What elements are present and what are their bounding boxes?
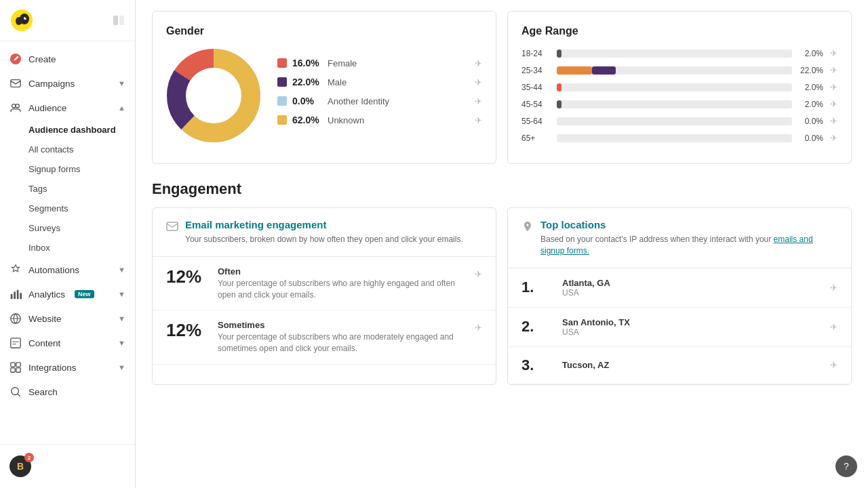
- pencil-icon: [9, 53, 22, 65]
- age-bar-track-35-44: [557, 83, 792, 92]
- integrations-icon: [9, 361, 22, 373]
- svg-rect-5: [113, 16, 118, 25]
- audience-chevron: ▲: [118, 104, 125, 112]
- signup-forms-label: Signup forms: [28, 164, 81, 174]
- age-pct-65plus: 0.0%: [799, 134, 823, 143]
- male-pct: 22.0%: [292, 77, 322, 87]
- content-icon: [9, 337, 22, 349]
- sidebar-header: [0, 0, 135, 41]
- analytics-new-badge: New: [75, 290, 94, 298]
- age-bar-25-34-orange: [557, 66, 592, 75]
- demographics-row: Gender: [152, 0, 852, 164]
- email-engagement-desc: Your subscribers, broken down by how oft…: [185, 234, 482, 245]
- sometimes-label: Sometimes: [218, 320, 464, 330]
- age-label-35-44: 35-44: [521, 83, 550, 92]
- sidebar-sub-inbox[interactable]: Inbox: [0, 238, 135, 258]
- sidebar-item-campaigns[interactable]: Campaigns ▼: [0, 71, 135, 96]
- location-info-3: Tucson, AZ: [562, 360, 819, 370]
- svg-point-21: [12, 388, 19, 395]
- sidebar-nav: Create Campaigns ▼ Audience ▲ Audience d…: [0, 41, 135, 444]
- legend-item-male: 22.0% Male ✈: [277, 77, 482, 87]
- female-share-icon[interactable]: ✈: [475, 58, 482, 68]
- locations-header: Top locations Based on your contact's IP…: [508, 208, 851, 268]
- gender-card-title: Gender: [166, 25, 482, 37]
- sidebar-item-search-label: Search: [28, 387, 58, 397]
- sometimes-share-icon[interactable]: ✈: [475, 323, 482, 333]
- age-share-18-24[interactable]: ✈: [830, 48, 837, 58]
- another-share-icon[interactable]: ✈: [475, 96, 482, 106]
- sidebar-toggle-icon[interactable]: [112, 14, 125, 27]
- location-city-2: San Antonio, TX: [562, 317, 819, 327]
- unknown-share-icon[interactable]: ✈: [475, 115, 482, 125]
- sidebar-sub-tags[interactable]: Tags: [0, 179, 135, 199]
- locations-title[interactable]: Top locations: [540, 219, 606, 230]
- often-stat-info: Often Your percentage of subscribers who…: [218, 266, 464, 301]
- sidebar-item-analytics[interactable]: Analytics New ▼: [0, 282, 135, 306]
- male-share-icon[interactable]: ✈: [475, 77, 482, 87]
- search-icon: [9, 386, 22, 398]
- email-engagement-icon: [166, 220, 178, 235]
- location-country-2: USA: [562, 327, 819, 337]
- gender-donut-chart: [166, 48, 261, 143]
- all-contacts-label: All contacts: [28, 144, 73, 155]
- age-pct-25-34: 22.0%: [799, 66, 823, 75]
- often-stat-row: 12% Often Your percentage of subscribers…: [153, 257, 496, 311]
- help-icon: ?: [844, 461, 849, 472]
- location-pin-icon: [521, 220, 534, 235]
- sidebar-sub-all-contacts[interactable]: All contacts: [0, 140, 135, 159]
- sidebar-sub-surveys[interactable]: Surveys: [0, 218, 135, 238]
- sidebar-item-search[interactable]: Search: [0, 380, 135, 404]
- age-bar-18-24: [557, 49, 561, 58]
- age-share-25-34[interactable]: ✈: [830, 65, 837, 75]
- age-share-45-54[interactable]: ✈: [830, 99, 837, 109]
- gender-card: Gender: [152, 11, 496, 164]
- analytics-icon: [9, 288, 22, 300]
- audience-icon: [9, 102, 22, 114]
- sidebar-item-integrations[interactable]: Integrations ▼: [0, 355, 135, 380]
- svg-rect-16: [11, 338, 20, 348]
- help-button[interactable]: ?: [835, 455, 857, 477]
- sidebar-item-audience[interactable]: Audience ▲: [0, 96, 135, 120]
- age-row-25-34: 25-34 22.0% ✈: [521, 65, 837, 75]
- location-info-2: San Antonio, TX USA: [562, 317, 819, 337]
- sidebar-item-automations[interactable]: Automations ▼: [0, 258, 135, 282]
- age-row-65plus: 65+ 0.0% ✈: [521, 133, 837, 143]
- location-share-icon-3[interactable]: ✈: [830, 360, 837, 370]
- age-bar-track-55-64: [557, 117, 792, 125]
- female-color: [277, 58, 287, 68]
- svg-rect-20: [16, 368, 20, 372]
- sidebar-item-website[interactable]: Website ▼: [0, 306, 135, 331]
- sidebar-item-create[interactable]: Create: [0, 47, 135, 71]
- age-share-55-64[interactable]: ✈: [830, 116, 837, 126]
- age-row-35-44: 35-44 2.0% ✈: [521, 82, 837, 92]
- avatar: B 2: [9, 455, 31, 477]
- sidebar-sub-segments[interactable]: Segments: [0, 199, 135, 218]
- often-share-icon[interactable]: ✈: [475, 269, 482, 279]
- svg-rect-8: [11, 80, 20, 87]
- automations-icon: [9, 264, 22, 276]
- automations-chevron: ▼: [118, 266, 125, 274]
- user-avatar-button[interactable]: B 2: [0, 450, 135, 483]
- campaigns-icon: [9, 77, 22, 89]
- age-share-35-44[interactable]: ✈: [830, 82, 837, 92]
- website-icon: [9, 312, 22, 325]
- sidebar-sub-signup-forms[interactable]: Signup forms: [0, 159, 135, 179]
- svg-rect-27: [167, 222, 178, 230]
- svg-rect-6: [119, 16, 124, 25]
- location-row-2: 2. San Antonio, TX USA ✈: [508, 308, 851, 347]
- sidebar-sub-audience-dashboard[interactable]: Audience dashboard: [0, 120, 135, 140]
- another-label: Another Identity: [328, 96, 469, 106]
- sidebar-item-content[interactable]: Content ▼: [0, 331, 135, 355]
- sidebar-item-integrations-label: Integrations: [28, 363, 77, 373]
- age-label-65plus: 65+: [521, 134, 550, 143]
- location-share-icon-2[interactable]: ✈: [830, 322, 837, 332]
- locations-header-text: Top locations Based on your contact's IP…: [540, 219, 837, 257]
- analytics-chevron: ▼: [118, 290, 125, 298]
- location-share-icon-1[interactable]: ✈: [830, 283, 837, 293]
- age-label-55-64: 55-64: [521, 117, 550, 126]
- sidebar-item-analytics-label: Analytics: [28, 289, 65, 300]
- email-engagement-title[interactable]: Email marketing engagement: [185, 219, 326, 230]
- age-share-65plus[interactable]: ✈: [830, 133, 837, 143]
- location-city-3: Tucson, AZ: [562, 360, 819, 370]
- sidebar: Create Campaigns ▼ Audience ▲ Audience d…: [0, 0, 136, 488]
